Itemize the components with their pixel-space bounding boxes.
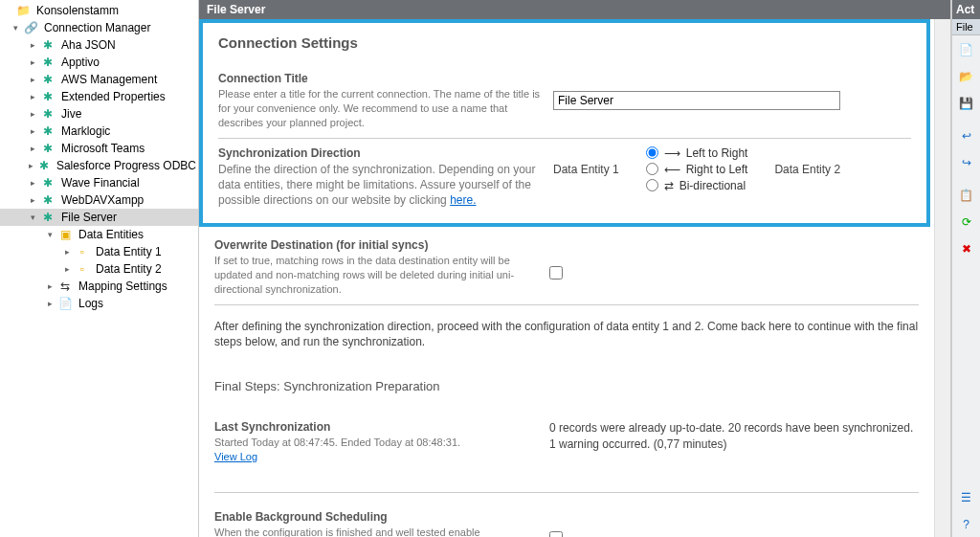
- new-icon[interactable]: 📄: [956, 38, 977, 59]
- tree-connection-item[interactable]: ▸✱Extended Properties: [0, 88, 198, 105]
- expand-icon[interactable]: ▸: [27, 56, 38, 68]
- tree-label: Mapping Settings: [77, 280, 169, 293]
- field-desc: When the configuration is finished and w…: [214, 526, 538, 537]
- forward-icon[interactable]: ↪: [956, 151, 977, 172]
- collapse-icon[interactable]: ▾: [44, 229, 56, 240]
- field-label: Enable Background Scheduling: [214, 510, 538, 524]
- properties-icon[interactable]: ☰: [956, 486, 977, 507]
- tree-connection-item[interactable]: ▸✱Wave Financial: [0, 174, 198, 191]
- expand-icon[interactable]: ▸: [27, 194, 38, 206]
- tree-label: Extended Properties: [59, 90, 167, 103]
- collapse-icon[interactable]: ▾: [27, 212, 38, 223]
- highlighted-region: Connection Settings Connection Title Ple…: [199, 19, 930, 227]
- here-link[interactable]: here.: [450, 193, 476, 207]
- radio-right-to-left[interactable]: ⟵Right to Left: [646, 163, 748, 176]
- tree-connection-item[interactable]: ▸✱WebDAVXampp: [0, 191, 198, 209]
- logs-icon: 📄: [57, 296, 73, 311]
- tree-data-entity-1[interactable]: ▸ ▫ Data Entity 1: [0, 243, 198, 260]
- connection-icon: ✱: [40, 210, 56, 225]
- expand-icon[interactable]: ▸: [27, 91, 38, 102]
- connection-title-input[interactable]: [553, 91, 840, 110]
- radio-input[interactable]: [646, 179, 658, 191]
- field-desc: Please enter a title for the current con…: [218, 87, 542, 130]
- expand-icon[interactable]: ▸: [27, 143, 38, 154]
- tree-data-entity-2[interactable]: ▸ ▫ Data Entity 2: [0, 260, 198, 278]
- tree-connection-manager[interactable]: ▾ 🔗 Connection Manager: [0, 19, 198, 36]
- expand-icon[interactable]: ▸: [27, 125, 38, 137]
- settings-heading: Connection Settings: [218, 34, 911, 51]
- tree-logs[interactable]: ▸ 📄 Logs: [0, 295, 198, 312]
- tree-root[interactable]: 📁 Konsolenstamm: [0, 2, 198, 19]
- actions-header: Act: [952, 0, 980, 19]
- expand-icon[interactable]: ▸: [61, 246, 73, 257]
- view-log-link[interactable]: View Log: [214, 451, 257, 462]
- main-panel: File Server Connection Settings Connecti…: [199, 0, 951, 537]
- open-icon[interactable]: 📂: [956, 65, 977, 86]
- tree-connection-item[interactable]: ▸✱Aha JSON: [0, 36, 198, 54]
- help-icon[interactable]: ?: [956, 513, 977, 534]
- back-icon[interactable]: ↩: [956, 124, 977, 145]
- tree-data-entities[interactable]: ▾ ▣ Data Entities: [0, 226, 198, 243]
- expand-icon[interactable]: ▸: [27, 39, 38, 51]
- section-overwrite: Overwrite Destination (for initial syncs…: [214, 238, 919, 305]
- radio-bidirectional[interactable]: ⇄Bi-directional: [646, 179, 748, 192]
- save-icon[interactable]: 💾: [956, 92, 977, 113]
- tree-label: WebDAVXampp: [59, 193, 145, 207]
- tree-connection-item[interactable]: ▸✱Salesforce Progress ODBC: [0, 157, 198, 174]
- vertical-scrollbar[interactable]: [934, 19, 950, 537]
- tree-mapping-settings[interactable]: ▸ ⇆ Mapping Settings: [0, 278, 198, 295]
- expand-icon[interactable]: ▸: [27, 108, 38, 120]
- tree-label: Data Entity 1: [94, 245, 164, 258]
- connection-icon: ✱: [40, 123, 56, 139]
- entity-left-label: Data Entity 1: [553, 163, 619, 176]
- connection-icon: ✱: [40, 175, 56, 190]
- tree-panel: 📁 Konsolenstamm ▾ 🔗 Connection Manager ▸…: [0, 0, 199, 537]
- expand-icon[interactable]: ▸: [27, 177, 38, 189]
- refresh-icon[interactable]: ⟳: [956, 211, 977, 232]
- tree-label: AWS Management: [59, 73, 159, 86]
- instruction-note: After defining the synchronization direc…: [214, 319, 919, 351]
- tree-label: File Server: [59, 211, 119, 224]
- section-sync-direction: Synchronization Direction Define the dir…: [218, 139, 911, 216]
- mapping-icon: ⇆: [57, 279, 73, 294]
- expand-icon[interactable]: [2, 5, 13, 16]
- tree-connection-item[interactable]: ▸✱AWS Management: [0, 71, 198, 88]
- tree-connection-item[interactable]: ▾✱File Server: [0, 209, 198, 226]
- tree-label: Marklogic: [59, 124, 112, 138]
- field-label: Last Synchronization: [214, 420, 549, 434]
- connection-icon: ✱: [38, 158, 51, 173]
- expand-icon[interactable]: ▸: [61, 263, 73, 275]
- expand-icon[interactable]: ▸: [44, 280, 56, 292]
- expand-icon[interactable]: ▸: [44, 298, 56, 309]
- tree-connection-item[interactable]: ▸✱Apptivo: [0, 54, 198, 71]
- connection-icon: ✱: [40, 37, 56, 53]
- last-sync-result: 0 records were already up-to-date. 20 re…: [549, 420, 919, 463]
- cube-icon: ▫: [75, 244, 90, 259]
- radio-input[interactable]: [646, 163, 658, 175]
- actions-tab[interactable]: File: [952, 19, 980, 35]
- final-steps-heading: Final Steps: Synchronization Preparation: [214, 379, 919, 393]
- radio-left-to-right[interactable]: ⟶Left to Right: [646, 146, 748, 160]
- expand-icon[interactable]: ▸: [27, 74, 38, 85]
- section-last-sync: Last Synchronization Started Today at 08…: [214, 420, 919, 493]
- copy-icon[interactable]: 📋: [956, 184, 977, 205]
- overwrite-checkbox[interactable]: [549, 266, 563, 280]
- tree-connection-item[interactable]: ▸✱Marklogic: [0, 123, 198, 140]
- field-desc: If set to true, matching rows in the dat…: [214, 254, 538, 297]
- tree-connection-item[interactable]: ▸✱Microsoft Teams: [0, 140, 198, 157]
- content-area: Connection Settings Connection Title Ple…: [199, 19, 934, 537]
- tree-label: Data Entities: [77, 228, 145, 241]
- connection-icon: ✱: [40, 106, 56, 122]
- radio-input[interactable]: [646, 146, 658, 159]
- tree-label: Salesforce Progress ODBC: [55, 159, 198, 172]
- cube-icon: ▫: [75, 261, 90, 277]
- delete-icon[interactable]: ✖: [956, 237, 977, 258]
- cube-icon: ▣: [57, 227, 73, 242]
- tree-connection-item[interactable]: ▸✱Jive: [0, 105, 198, 123]
- expand-icon[interactable]: ▸: [27, 160, 36, 171]
- field-label: Connection Title: [218, 72, 542, 85]
- collapse-icon[interactable]: ▾: [10, 22, 21, 34]
- tree-label: Apptivo: [59, 56, 101, 69]
- section-connection-title: Connection Title Please enter a title fo…: [218, 64, 911, 139]
- background-scheduling-checkbox[interactable]: [549, 531, 563, 537]
